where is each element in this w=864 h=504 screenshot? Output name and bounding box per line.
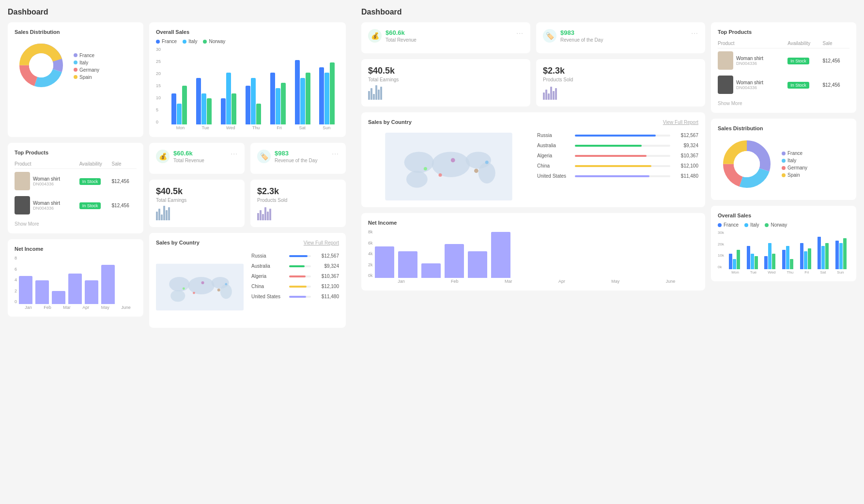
right-overall-y: 30k20k10k0k bbox=[718, 230, 724, 269]
income-bar-apr bbox=[68, 274, 82, 304]
legend-dot-spain bbox=[74, 75, 77, 79]
donut-chart bbox=[15, 39, 68, 93]
right-stat-value-day: $983 bbox=[560, 29, 603, 36]
right-country-row-australia: Australia $9,324 bbox=[537, 143, 698, 148]
product-id-2: DN004336 bbox=[33, 206, 60, 211]
stat-label-revenue: Total Revenue bbox=[173, 158, 204, 163]
right-bar-sat bbox=[818, 237, 829, 269]
right-mini-bar-earnings bbox=[368, 85, 524, 100]
svg-point-6 bbox=[169, 277, 189, 291]
mini-bar-3 bbox=[161, 214, 163, 220]
bar-group-fri bbox=[270, 73, 286, 124]
right-country-row-algeria: Algeria $10,367 bbox=[537, 153, 698, 158]
right-overall-bars-area: Mon Tue Wed Thu Fri Sat Sun bbox=[726, 230, 849, 275]
right-bar-thu bbox=[782, 246, 793, 269]
right-badge-1: In Stock bbox=[787, 58, 809, 64]
right-legend-germany: Germany bbox=[782, 165, 807, 170]
stat-icon-day-revenue: 🏷️ bbox=[257, 150, 271, 163]
right-overall-legend: France Italy Norway bbox=[718, 222, 849, 228]
stat-label-day-revenue: Revenue of the Day bbox=[275, 158, 317, 163]
svg-point-9 bbox=[220, 284, 232, 299]
country-row-algeria: Algeria $10,367 bbox=[251, 274, 339, 279]
stat-label-earnings: Total Earnings bbox=[156, 198, 238, 203]
chart-dot-italy bbox=[183, 40, 186, 44]
mini-bar-s5 bbox=[267, 212, 269, 220]
right-stat-dots-day[interactable]: ··· bbox=[691, 29, 698, 37]
country-name-us: United States bbox=[251, 294, 285, 299]
net-income-bars-area: Jan Feb Mar Apr May June bbox=[19, 256, 137, 310]
net-income-y-axis: 86420 bbox=[15, 256, 17, 304]
income-bar-may bbox=[85, 280, 98, 305]
svg-point-18 bbox=[432, 152, 470, 177]
mini-bar-s2 bbox=[260, 210, 262, 220]
net-income-x-axis: Jan Feb Mar Apr May June bbox=[19, 305, 137, 310]
svg-point-23 bbox=[474, 168, 478, 173]
bar-tue-italy bbox=[201, 93, 206, 124]
right-table-row-2: Woman shirt DN004336 In Stock $12,456 bbox=[718, 73, 849, 97]
right-stat-icon-revenue: 💰 bbox=[368, 29, 382, 43]
world-map-svg bbox=[156, 253, 244, 321]
country-bar-russia bbox=[289, 255, 311, 257]
right-stat-dots-revenue[interactable]: ··· bbox=[516, 29, 524, 37]
stat-dots-revenue[interactable]: ··· bbox=[231, 150, 238, 157]
bar-group-thu bbox=[246, 78, 261, 124]
y-axis: 302520151050 bbox=[156, 47, 166, 124]
right-sbc-title: Sales by Country bbox=[368, 119, 412, 125]
right-donut-svg bbox=[718, 135, 776, 193]
bar-fri-norway bbox=[281, 83, 286, 124]
left-sbc-title: Sales by Country bbox=[156, 240, 200, 245]
bar-sun-france bbox=[319, 67, 324, 124]
country-bar-china bbox=[289, 286, 311, 288]
income-bar-feb bbox=[35, 280, 49, 305]
right-bar-tue bbox=[747, 246, 758, 269]
country-value-algeria: $10,367 bbox=[315, 274, 339, 279]
right-bar-mon bbox=[729, 250, 740, 269]
svg-point-17 bbox=[404, 152, 434, 173]
right-badge-2: In Stock bbox=[787, 82, 809, 89]
stat-card-day-revenue: 🏷️ $983 Revenue of the Day ··· bbox=[250, 143, 346, 174]
overall-sales-legend: France Italy Norway bbox=[156, 39, 339, 44]
legend-item-italy: Italy bbox=[183, 39, 197, 44]
svg-point-14 bbox=[225, 283, 227, 286]
stat-card-earnings: $40.5k Total Earnings bbox=[149, 180, 245, 227]
right-view-full-link[interactable]: View Full Report bbox=[663, 120, 698, 125]
mini-bar-chart-sold bbox=[257, 206, 339, 220]
right-bar-fri bbox=[800, 243, 811, 269]
right-stat-label-day: Revenue of the Day bbox=[560, 37, 603, 43]
right-sales-dist: Sales Distribution France bbox=[711, 119, 856, 200]
bar-mon-italy bbox=[177, 104, 182, 124]
show-more-link[interactable]: Show More bbox=[15, 221, 137, 227]
right-product-name-1: Woman shirt bbox=[736, 56, 763, 61]
legend-dot-germany bbox=[74, 68, 77, 72]
col-availability: Availability bbox=[79, 159, 112, 169]
right-donut-container: France Italy Germany bbox=[718, 135, 849, 193]
right-net-income-card: Net Income 8k6k4k2k0k bbox=[361, 213, 705, 290]
bar-thu-norway bbox=[256, 104, 261, 124]
mini-bar-s1 bbox=[257, 213, 259, 220]
mini-bar-s6 bbox=[269, 209, 271, 220]
stat-dots-day-revenue[interactable]: ··· bbox=[332, 150, 339, 157]
right-stat-earnings: $40.5k Total Earnings bbox=[361, 59, 530, 107]
country-row-australia: Australia $9,324 bbox=[251, 263, 339, 269]
bar-group-sat bbox=[295, 60, 310, 124]
right-world-map-svg bbox=[368, 133, 529, 200]
bar-wed-italy bbox=[226, 73, 231, 124]
col-sale: Sale bbox=[112, 159, 137, 169]
right-sale-2: $12,456 bbox=[822, 73, 849, 97]
right-net-income-x: Jan Feb Mar Apr May June bbox=[375, 279, 698, 284]
donut-svg bbox=[15, 39, 68, 92]
table-row: Woman shirt DN004336 In Stock $12,456 bbox=[15, 193, 137, 217]
right-dashboard-title: Dashboard bbox=[361, 8, 856, 16]
right-show-more[interactable]: Show More bbox=[718, 101, 849, 106]
chart-dot-france bbox=[156, 40, 160, 44]
left-overall-sales-title: Overall Sales bbox=[156, 29, 339, 35]
mini-bar-s3 bbox=[262, 214, 264, 221]
right-country-name-russia: Russia bbox=[537, 133, 571, 138]
view-full-report-link[interactable]: View Full Report bbox=[304, 240, 339, 245]
product-name-1: Woman shirt bbox=[33, 176, 60, 182]
right-overall-chart-wrap: 30k20k10k0k bbox=[718, 230, 849, 275]
stats-row: 💰 $60.6k Total Revenue ··· bbox=[149, 143, 346, 174]
left-net-income-title: Net Income bbox=[15, 246, 137, 252]
country-name-china: China bbox=[251, 284, 285, 289]
right-stat-sold: $2.3k Products Sold bbox=[536, 59, 705, 107]
